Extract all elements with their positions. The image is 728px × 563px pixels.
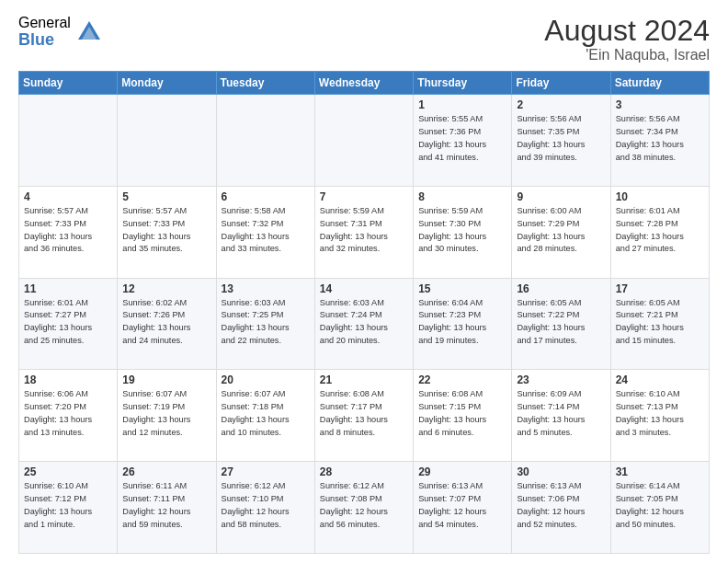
header-right: August 2024 'Ein Naquba, Israel	[544, 15, 710, 63]
day-info: Sunrise: 6:03 AM Sunset: 7:25 PM Dayligh…	[222, 297, 310, 348]
calendar-cell: 25Sunrise: 6:10 AM Sunset: 7:12 PM Dayli…	[19, 462, 118, 554]
logo-icon	[76, 19, 102, 45]
day-info: Sunrise: 6:05 AM Sunset: 7:21 PM Dayligh…	[616, 297, 704, 348]
weekday-monday: Monday	[118, 72, 216, 95]
logo-blue: Blue	[18, 31, 71, 50]
day-info: Sunrise: 6:08 AM Sunset: 7:17 PM Dayligh…	[320, 388, 408, 439]
calendar-week-1: 1Sunrise: 5:55 AM Sunset: 7:36 PM Daylig…	[19, 95, 710, 187]
calendar-cell: 21Sunrise: 6:08 AM Sunset: 7:17 PM Dayli…	[314, 370, 413, 462]
day-number: 7	[320, 190, 408, 203]
day-info: Sunrise: 5:59 AM Sunset: 7:31 PM Dayligh…	[320, 205, 408, 256]
day-info: Sunrise: 6:02 AM Sunset: 7:26 PM Dayligh…	[122, 297, 210, 348]
weekday-row: Sunday Monday Tuesday Wednesday Thursday…	[19, 72, 710, 95]
day-info: Sunrise: 5:58 AM Sunset: 7:32 PM Dayligh…	[222, 205, 310, 256]
day-number: 9	[517, 190, 605, 203]
day-number: 15	[418, 282, 506, 295]
weekday-thursday: Thursday	[414, 72, 512, 95]
day-number: 3	[616, 98, 704, 111]
calendar-table: Sunday Monday Tuesday Wednesday Thursday…	[18, 71, 710, 554]
day-info: Sunrise: 5:56 AM Sunset: 7:34 PM Dayligh…	[616, 113, 704, 164]
calendar-cell: 11Sunrise: 6:01 AM Sunset: 7:27 PM Dayli…	[19, 278, 118, 370]
day-number: 20	[222, 373, 310, 386]
day-info: Sunrise: 6:14 AM Sunset: 7:05 PM Dayligh…	[616, 480, 704, 531]
day-number: 22	[418, 373, 506, 386]
day-number: 18	[24, 373, 112, 386]
day-number: 6	[222, 190, 310, 203]
month-title: August 2024	[544, 15, 710, 47]
calendar-cell: 13Sunrise: 6:03 AM Sunset: 7:25 PM Dayli…	[216, 278, 314, 370]
location-title: 'Ein Naquba, Israel	[544, 47, 710, 63]
weekday-sunday: Sunday	[19, 72, 118, 95]
calendar-cell: 16Sunrise: 6:05 AM Sunset: 7:22 PM Dayli…	[512, 278, 610, 370]
weekday-saturday: Saturday	[610, 72, 709, 95]
day-info: Sunrise: 6:05 AM Sunset: 7:22 PM Dayligh…	[517, 297, 605, 348]
weekday-wednesday: Wednesday	[314, 72, 413, 95]
day-number: 25	[24, 465, 112, 478]
calendar-cell: 12Sunrise: 6:02 AM Sunset: 7:26 PM Dayli…	[118, 278, 216, 370]
calendar-cell: 28Sunrise: 6:12 AM Sunset: 7:08 PM Dayli…	[314, 462, 413, 554]
day-number: 17	[616, 282, 704, 295]
calendar-cell: 8Sunrise: 5:59 AM Sunset: 7:30 PM Daylig…	[414, 186, 512, 278]
calendar-cell: 2Sunrise: 5:56 AM Sunset: 7:35 PM Daylig…	[512, 95, 610, 187]
day-info: Sunrise: 6:09 AM Sunset: 7:14 PM Dayligh…	[517, 388, 605, 439]
day-info: Sunrise: 6:08 AM Sunset: 7:15 PM Dayligh…	[418, 388, 506, 439]
day-number: 23	[517, 373, 605, 386]
day-number: 28	[320, 465, 408, 478]
calendar-page: GeneralBlue August 2024 'Ein Naquba, Isr…	[0, 0, 728, 563]
calendar-cell	[216, 95, 314, 187]
day-number: 10	[616, 190, 704, 203]
day-info: Sunrise: 6:13 AM Sunset: 7:07 PM Dayligh…	[418, 480, 506, 531]
calendar-cell: 7Sunrise: 5:59 AM Sunset: 7:31 PM Daylig…	[314, 186, 413, 278]
logo: GeneralBlue	[18, 15, 102, 49]
calendar-cell: 23Sunrise: 6:09 AM Sunset: 7:14 PM Dayli…	[512, 370, 610, 462]
day-number: 29	[418, 465, 506, 478]
calendar-cell: 4Sunrise: 5:57 AM Sunset: 7:33 PM Daylig…	[19, 186, 118, 278]
day-info: Sunrise: 5:55 AM Sunset: 7:36 PM Dayligh…	[418, 113, 506, 164]
calendar-cell	[19, 95, 118, 187]
calendar-cell: 27Sunrise: 6:12 AM Sunset: 7:10 PM Dayli…	[216, 462, 314, 554]
day-number: 4	[24, 190, 112, 203]
calendar-cell: 17Sunrise: 6:05 AM Sunset: 7:21 PM Dayli…	[610, 278, 709, 370]
calendar-cell: 31Sunrise: 6:14 AM Sunset: 7:05 PM Dayli…	[610, 462, 709, 554]
day-number: 30	[517, 465, 605, 478]
day-info: Sunrise: 6:04 AM Sunset: 7:23 PM Dayligh…	[418, 297, 506, 348]
day-info: Sunrise: 6:06 AM Sunset: 7:20 PM Dayligh…	[24, 388, 112, 439]
day-number: 8	[418, 190, 506, 203]
calendar-cell: 15Sunrise: 6:04 AM Sunset: 7:23 PM Dayli…	[414, 278, 512, 370]
day-info: Sunrise: 6:10 AM Sunset: 7:12 PM Dayligh…	[24, 480, 112, 531]
day-info: Sunrise: 6:01 AM Sunset: 7:27 PM Dayligh…	[24, 297, 112, 348]
day-info: Sunrise: 6:07 AM Sunset: 7:19 PM Dayligh…	[122, 388, 210, 439]
day-number: 13	[222, 282, 310, 295]
day-number: 19	[122, 373, 210, 386]
calendar-cell: 24Sunrise: 6:10 AM Sunset: 7:13 PM Dayli…	[610, 370, 709, 462]
calendar-cell: 1Sunrise: 5:55 AM Sunset: 7:36 PM Daylig…	[414, 95, 512, 187]
calendar-cell: 14Sunrise: 6:03 AM Sunset: 7:24 PM Dayli…	[314, 278, 413, 370]
calendar-week-5: 25Sunrise: 6:10 AM Sunset: 7:12 PM Dayli…	[19, 462, 710, 554]
day-info: Sunrise: 6:00 AM Sunset: 7:29 PM Dayligh…	[517, 205, 605, 256]
day-number: 12	[122, 282, 210, 295]
day-number: 31	[616, 465, 704, 478]
calendar-week-3: 11Sunrise: 6:01 AM Sunset: 7:27 PM Dayli…	[19, 278, 710, 370]
day-info: Sunrise: 5:57 AM Sunset: 7:33 PM Dayligh…	[122, 205, 210, 256]
calendar-cell: 9Sunrise: 6:00 AM Sunset: 7:29 PM Daylig…	[512, 186, 610, 278]
calendar-cell: 30Sunrise: 6:13 AM Sunset: 7:06 PM Dayli…	[512, 462, 610, 554]
calendar-cell: 20Sunrise: 6:07 AM Sunset: 7:18 PM Dayli…	[216, 370, 314, 462]
calendar-week-4: 18Sunrise: 6:06 AM Sunset: 7:20 PM Dayli…	[19, 370, 710, 462]
day-number: 21	[320, 373, 408, 386]
calendar-cell	[314, 95, 413, 187]
day-number: 1	[418, 98, 506, 111]
day-number: 27	[222, 465, 310, 478]
calendar-cell: 19Sunrise: 6:07 AM Sunset: 7:19 PM Dayli…	[118, 370, 216, 462]
calendar-cell: 5Sunrise: 5:57 AM Sunset: 7:33 PM Daylig…	[118, 186, 216, 278]
day-number: 24	[616, 373, 704, 386]
calendar-body: 1Sunrise: 5:55 AM Sunset: 7:36 PM Daylig…	[19, 95, 710, 554]
day-info: Sunrise: 6:03 AM Sunset: 7:24 PM Dayligh…	[320, 297, 408, 348]
calendar-cell: 10Sunrise: 6:01 AM Sunset: 7:28 PM Dayli…	[610, 186, 709, 278]
logo-general: General	[18, 15, 71, 31]
calendar-cell: 29Sunrise: 6:13 AM Sunset: 7:07 PM Dayli…	[414, 462, 512, 554]
day-info: Sunrise: 5:59 AM Sunset: 7:30 PM Dayligh…	[418, 205, 506, 256]
calendar-week-2: 4Sunrise: 5:57 AM Sunset: 7:33 PM Daylig…	[19, 186, 710, 278]
header: GeneralBlue August 2024 'Ein Naquba, Isr…	[18, 15, 710, 63]
calendar-cell: 18Sunrise: 6:06 AM Sunset: 7:20 PM Dayli…	[19, 370, 118, 462]
day-info: Sunrise: 6:01 AM Sunset: 7:28 PM Dayligh…	[616, 205, 704, 256]
